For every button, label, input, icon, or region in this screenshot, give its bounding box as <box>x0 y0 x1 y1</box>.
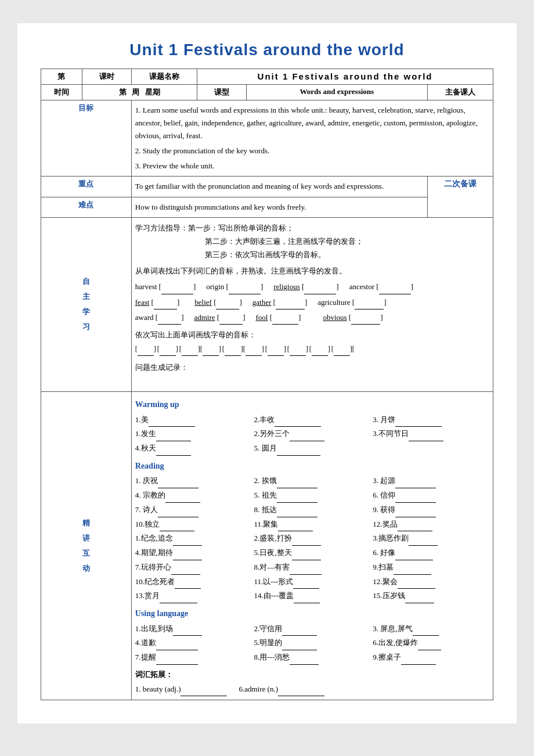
jingjianghudong-content: Warming up 1.美 2.丰收 3. 月饼 1.发生 2.另外三个 3.… <box>131 392 493 700</box>
word-obvious: obvious [ ] <box>323 311 383 325</box>
keshi-label: 课时 <box>82 69 131 85</box>
r-item-27: 15.压岁钱 <box>373 589 489 603</box>
ul-item-4: 4.道歉 <box>135 636 252 650</box>
r-item-4: 4. 宗教的 <box>135 489 252 503</box>
guide2: 第二步：大声朗读三遍，注意画线字母的发音； <box>135 235 489 248</box>
r-item-1: 1. 庆祝 <box>135 474 252 488</box>
ul-item-1: 1.出现,到场 <box>135 622 252 636</box>
ul-item-9: 9.擦桌子 <box>373 651 489 665</box>
r-item-15: 3.摘恶作剧 <box>373 532 489 546</box>
reading-title: Reading <box>135 459 489 474</box>
word-row-1: harvest [ ] origin [ ] religious [ ] anc… <box>135 280 489 294</box>
wu-item-6: 3.不同节日 <box>373 427 489 441</box>
phonetic-brackets-row: [ ] [ ] [ ][ ] [ ][ ] [ ] [ ] [ ] [ ][ <box>135 343 489 357</box>
word-origin: origin [ ] <box>206 280 263 294</box>
r-item-16: 4.期望,期待 <box>135 546 252 560</box>
zhongdian-row: 重点 To get familiar with the pronunciatio… <box>41 177 493 197</box>
r-item-22: 10.纪念死者 <box>135 575 252 589</box>
word-agriculture: agriculture [ ] <box>317 296 386 309</box>
using-language-title: Using language <box>135 607 489 621</box>
warming-up-title: Warming up <box>135 398 489 412</box>
reading-grid: 1. 庆祝 2. 挨饿 3. 起源 4. 宗教的 5. 祖先 6. 信仰 7. … <box>135 474 489 603</box>
zhongdian-content: To get familiar with the pronunciation a… <box>131 177 427 197</box>
r-item-13: 1.纪念,追念 <box>135 532 252 546</box>
page-title: Unit 1 Festivals around the world <box>41 41 493 59</box>
ul-item-7: 7.提醒 <box>135 651 252 665</box>
words-expressions-label: Words and expressions <box>247 85 428 100</box>
wu-item-4: 1.发生 <box>135 427 252 441</box>
r-item-12: 12.奖品 <box>373 518 489 532</box>
using-language-grid: 1.出现,到场 2.守信用 3. 屏息,屏气 4.道歉 5.明显的 6.出发,使… <box>135 622 489 665</box>
shijian-label: 时间 <box>41 85 82 100</box>
word-gather: gather [ ] <box>252 296 307 309</box>
page: Unit 1 Festivals around the world 第 课时 课… <box>17 23 517 723</box>
r-item-10: 10.独立 <box>135 518 252 532</box>
r-item-11: 11.聚集 <box>254 518 371 532</box>
wu-item-1: 1.美 <box>135 413 252 427</box>
r-item-19: 7.玩得开心 <box>135 561 252 575</box>
zizhu-row: 自主学习 学习方法指导：第一步：写出所给单词的音标； 第二步：大声朗读三遍，注意… <box>41 217 493 392</box>
cihui-title: 词汇拓展： <box>135 668 489 682</box>
header-row-1: 第 课时 课题名称 Unit 1 Festivals around the wo… <box>41 69 493 85</box>
ercibei-label: 二次备课 <box>427 177 493 217</box>
unit-title-cell: Unit 1 Festivals around the world <box>197 69 493 85</box>
word-admire: admire [ ] <box>194 311 245 325</box>
ul-item-6: 6.出发,使爆炸 <box>373 636 489 650</box>
ul-item-8: 8.用---消愁 <box>254 651 371 665</box>
r-item-25: 13.赏月 <box>135 589 252 603</box>
r-item-17: 5.日夜,整天 <box>254 546 371 560</box>
r-item-2: 2. 挨饿 <box>254 474 371 488</box>
zhubeikeren-label: 主备课人 <box>427 85 493 100</box>
ul-item-3: 3. 屏息,屏气 <box>373 622 489 636</box>
wenti-label: 问题生成记录： <box>135 361 489 374</box>
word-feast: feast [ ] <box>135 296 179 309</box>
r-item-23: 11.以---形式 <box>254 575 371 589</box>
kelei-label: 课型 <box>197 85 247 100</box>
wu-item-7: 4.秋天 <box>135 442 252 456</box>
r-item-21: 9.扫墓 <box>373 561 489 575</box>
zizhu-content: 学习方法指导：第一步：写出所给单词的音标； 第二步：大声朗读三遍，注意画线字母的… <box>131 217 493 392</box>
wenti-space <box>135 375 489 388</box>
main-table: 第 课时 课题名称 Unit 1 Festivals around the wo… <box>41 69 493 700</box>
r-item-5: 5. 祖先 <box>254 489 371 503</box>
r-item-14: 2.盛装,打扮 <box>254 532 371 546</box>
ul-item-2: 2.守信用 <box>254 622 371 636</box>
di-label: 第 <box>41 69 82 85</box>
r-item-18: 6. 好像 <box>373 546 489 560</box>
guide-title: 学习方法指导：第一步：写出所给单词的音标； <box>135 221 489 235</box>
r-item-6: 6. 信仰 <box>373 489 489 503</box>
wu-item-2: 2.丰收 <box>254 413 371 427</box>
zhou-xingqi: 第 周 星期 <box>82 85 197 100</box>
jingjianghudong-row: 精讲互动 Warming up 1.美 2.丰收 3. 月饼 1.发生 2.另外… <box>41 392 493 700</box>
mubiao-label: 目标 <box>41 100 132 177</box>
r-item-3: 3. 起源 <box>373 474 489 488</box>
mubiao-row: 目标 1. Learn some useful words and expres… <box>41 100 493 177</box>
jingjianghudong-label: 精讲互动 <box>41 392 132 700</box>
r-item-20: 8.对—有害 <box>254 561 371 575</box>
word-harvest: harvest [ ] <box>135 280 196 294</box>
mubiao-content: 1. Learn some useful words and expressio… <box>131 100 493 177</box>
word-award: award [ ] <box>135 311 184 325</box>
word-religious: religious [ ] <box>273 280 338 294</box>
nandian-label: 难点 <box>41 197 132 217</box>
zhongdian-label: 重点 <box>41 177 132 197</box>
word-row-3: award [ ] admire [ ] fool [ ] obvious [ … <box>135 311 489 325</box>
wu-item-empty <box>373 442 489 456</box>
r-item-26: 14.由---覆盖 <box>254 589 371 603</box>
word-row-2: feast [ ] belief [ ] gather [ ] agricult… <box>135 296 489 309</box>
header-row-2: 时间 第 周 星期 课型 Words and expressions 主备课人 <box>41 85 493 100</box>
cihui-row: 1. beauty (adj.) 6.admire (n.) <box>135 683 489 697</box>
zizhu-label: 自主学习 <box>41 217 132 392</box>
r-item-8: 8. 抵达 <box>254 503 371 517</box>
guide3: 第三步：依次写出画线字母的音标。 <box>135 248 489 261</box>
phonetic-label: 依次写出上面单词画线字母的音标： <box>135 328 489 341</box>
word-belief: belief [ ] <box>194 296 242 309</box>
r-item-9: 9. 获得 <box>373 503 489 517</box>
zizhu-intro: 从单词表找出下列词汇的音标，并熟读。注意画线字母的发音。 <box>135 264 489 278</box>
cihui-item-2: 6.admire (n.) <box>239 683 324 697</box>
wu-item-3: 3. 月饼 <box>373 413 489 427</box>
r-item-24: 12.聚会 <box>373 575 489 589</box>
ketimingcheng-label: 课题名称 <box>131 69 197 85</box>
nandian-content: How to distinguish pronunciations and ke… <box>131 197 427 217</box>
word-ancestor: ancestor [ ] <box>349 280 413 294</box>
